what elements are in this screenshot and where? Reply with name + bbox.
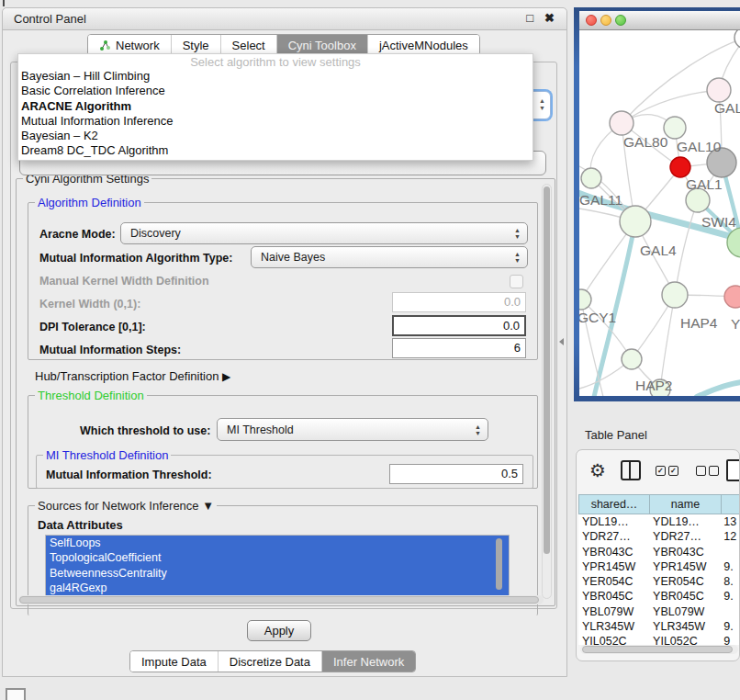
- which-threshold-value: MI Threshold: [227, 423, 294, 436]
- close-window-icon[interactable]: ✖: [544, 11, 555, 25]
- network-node-label: GAL4: [640, 243, 677, 258]
- table-cell: 9.: [720, 619, 739, 634]
- divider-collapse-icon[interactable]: [559, 338, 564, 345]
- minimize-traffic-light-icon[interactable]: [600, 15, 611, 26]
- scrollbar-thumb[interactable]: [544, 186, 550, 554]
- close-traffic-light-icon[interactable]: [586, 15, 597, 26]
- aracne-mode-label: Aracne Mode:: [39, 228, 116, 241]
- select-all-columns-icon[interactable]: ✓ ✓: [656, 466, 681, 476]
- algorithm-definition-title: Algorithm Definition: [35, 196, 144, 209]
- scrollbar-thumb[interactable]: [582, 646, 733, 653]
- network-node[interactable]: [622, 349, 642, 369]
- table-panel-title: Table Panel: [585, 428, 647, 442]
- network-node[interactable]: [734, 30, 740, 49]
- network-node[interactable]: [620, 206, 651, 237]
- hub-definition-label: Hub/Transcription Factor Definition: [35, 369, 219, 383]
- sources-title-text: Sources for Network Inference: [38, 499, 199, 513]
- network-tab-icon: [99, 40, 111, 51]
- mi-threshold-group: MI Threshold Definition Mutual Informati…: [36, 455, 533, 489]
- manual-kernel-checkbox[interactable]: [510, 275, 523, 288]
- dpi-tolerance-label: DPI Tolerance [0,1]:: [39, 321, 146, 333]
- tab-discretize-data[interactable]: Discretize Data: [218, 651, 321, 672]
- columns-icon[interactable]: [621, 460, 641, 480]
- restore-panel-icon[interactable]: [6, 688, 26, 700]
- table-cell: 8.: [720, 574, 739, 589]
- control-panel-title: Control Panel: [14, 12, 86, 26]
- dropdown-item[interactable]: ARACNE Algorithm: [18, 99, 533, 114]
- scrollbar-thumb[interactable]: [496, 538, 502, 590]
- table-column-header[interactable]: shared…: [578, 494, 650, 514]
- tab-infer-network[interactable]: Infer Network: [321, 651, 415, 672]
- table-horizontal-scrollbar[interactable]: [580, 645, 738, 654]
- tab-style[interactable]: Style: [171, 35, 220, 55]
- tab-impute-data[interactable]: Impute Data: [130, 651, 218, 672]
- table-row[interactable]: YDL19…YDL19…13: [578, 514, 739, 529]
- network-edge[interactable]: [660, 295, 675, 390]
- settings-vertical-scrollbar[interactable]: [542, 184, 552, 599]
- network-node[interactable]: [707, 78, 731, 102]
- table-cell: YIL052C: [649, 634, 720, 645]
- table-row[interactable]: YER054CYER054C8.: [578, 574, 739, 589]
- which-threshold-combobox[interactable]: MI Threshold ▲▼: [217, 418, 488, 441]
- table-row[interactable]: YBR045CYBR045C9.: [578, 589, 739, 604]
- network-edge[interactable]: [594, 221, 635, 396]
- new-table-icon[interactable]: [726, 459, 740, 481]
- network-node[interactable]: [579, 289, 591, 310]
- table-header-row: shared…name: [578, 494, 740, 514]
- dpi-tolerance-field[interactable]: 0.0: [392, 315, 526, 336]
- dropdown-item[interactable]: Mutual Information Inference: [18, 114, 533, 129]
- mi-steps-field[interactable]: 6: [392, 338, 526, 358]
- kernel-width-field[interactable]: 0.0: [392, 292, 526, 312]
- table-cell: YER054C: [649, 574, 720, 589]
- network-edge[interactable]: [697, 382, 740, 396]
- gear-icon[interactable]: ⚙: [589, 459, 606, 481]
- float-window-icon[interactable]: □: [526, 11, 533, 25]
- dropdown-item[interactable]: Dream8 DC_TDC Algorithm: [18, 143, 533, 158]
- table-row[interactable]: YPR145WYPR145W9.: [578, 559, 739, 574]
- deselect-all-columns-icon[interactable]: [696, 466, 722, 476]
- network-node[interactable]: [662, 282, 688, 308]
- table-row[interactable]: YLR345WYLR345W9.: [578, 619, 739, 634]
- table-column-header[interactable]: [722, 494, 740, 514]
- network-canvas-svg[interactable]: GALGAL80GAL10GAL1GAL11SWI4GAL4GCY1HAP4YH…: [579, 30, 740, 396]
- dropdown-item[interactable]: Bayesian – Hill Climbing: [18, 69, 533, 84]
- kernel-width-label: Kernel Width (0,1):: [39, 298, 140, 310]
- aracne-mode-combobox[interactable]: Discovery ▲▼: [120, 222, 528, 244]
- hub-definition-expander[interactable]: Hub/Transcription Factor Definition ▶: [35, 369, 230, 383]
- tab-select[interactable]: Select: [220, 35, 276, 55]
- network-node[interactable]: [670, 157, 690, 177]
- scrollbar-thumb[interactable]: [19, 596, 539, 604]
- dropdown-item[interactable]: Bayesian – K2: [18, 129, 533, 143]
- mi-threshold-field[interactable]: 0.5: [389, 464, 523, 484]
- network-node[interactable]: [581, 168, 601, 188]
- tab-cyni-toolbox[interactable]: Cyni Toolbox: [276, 35, 367, 55]
- attr-list-scrollbar[interactable]: [495, 536, 504, 594]
- dropdown-item[interactable]: Basic Correlation Inference: [18, 84, 533, 98]
- table-cell: 12: [720, 529, 739, 544]
- network-node[interactable]: [724, 286, 740, 308]
- network-canvas[interactable]: GALGAL80GAL10GAL1GAL11SWI4GAL4GCY1HAP4YH…: [579, 30, 740, 396]
- network-view-window: GALGAL80GAL10GAL1GAL11SWI4GAL4GCY1HAP4YH…: [574, 7, 740, 401]
- table-column-header[interactable]: name: [650, 494, 722, 514]
- control-panel-titlebar[interactable]: Control Panel □ ✖: [3, 8, 566, 30]
- settings-horizontal-scrollbar[interactable]: [18, 595, 544, 604]
- table-row[interactable]: YBR043CYBR043C: [578, 545, 739, 559]
- tab-network[interactable]: Network: [88, 35, 171, 55]
- list-item[interactable]: SelfLoops: [46, 536, 509, 550]
- network-node[interactable]: [610, 111, 633, 135]
- network-edge[interactable]: [675, 200, 698, 295]
- list-item[interactable]: BetweennessCentrality: [46, 566, 509, 581]
- mi-algorithm-type-combobox[interactable]: Naive Bayes ▲▼: [251, 246, 528, 268]
- table-row[interactable]: YBL079WYBL079W: [578, 604, 739, 619]
- list-item[interactable]: TopologicalCoefficient: [46, 550, 509, 565]
- chevron-down-icon[interactable]: ▼: [202, 499, 214, 513]
- table-row[interactable]: YIL052CYIL052C9: [578, 634, 739, 645]
- zoom-traffic-light-icon[interactable]: [615, 15, 626, 26]
- table-cell: YDL19…: [649, 514, 720, 529]
- tab-jactivemnodules[interactable]: jActiveMNodules: [367, 35, 479, 55]
- apply-button[interactable]: Apply: [247, 620, 311, 641]
- network-window-titlebar[interactable]: [579, 11, 740, 30]
- network-node-label: Y: [731, 316, 740, 332]
- list-item[interactable]: gal4RGexp: [46, 581, 509, 595]
- table-row[interactable]: YDR27…YDR27…12: [578, 529, 739, 544]
